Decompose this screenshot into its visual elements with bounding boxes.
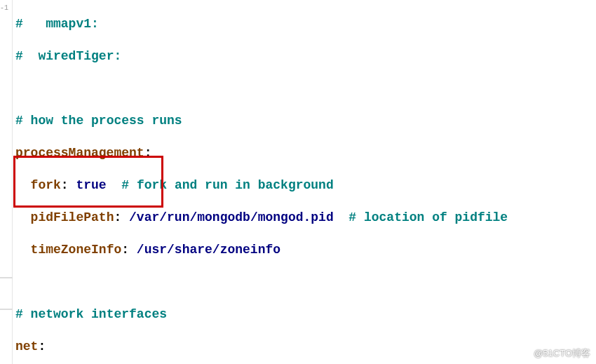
code-editor[interactable]: # mmapv1: # wiredTiger: # how the proces… (15, 0, 596, 364)
gutter-mark (0, 277, 13, 278)
code-line: # mmapv1: (15, 16, 596, 32)
code-line: # network interfaces (15, 306, 596, 323)
code-line (15, 81, 596, 97)
code-line (15, 274, 596, 290)
code-line: # how the process runs (15, 113, 596, 129)
code-line: # wiredTiger: (15, 48, 596, 65)
gutter-label: -1 (0, 0, 8, 16)
watermark: @51CTO博客 (534, 345, 590, 361)
code-line: processManagement: (15, 145, 596, 161)
code-line: pidFilePath: /var/run/mongodb/mongod.pid… (15, 210, 596, 226)
code-line: net: (15, 339, 596, 355)
code-line: fork: true # fork and run in background (15, 177, 596, 194)
code-line: timeZoneInfo: /usr/share/zoneinfo (15, 242, 596, 258)
gutter-mark (0, 309, 13, 310)
editor-gutter: -1 (0, 0, 13, 364)
